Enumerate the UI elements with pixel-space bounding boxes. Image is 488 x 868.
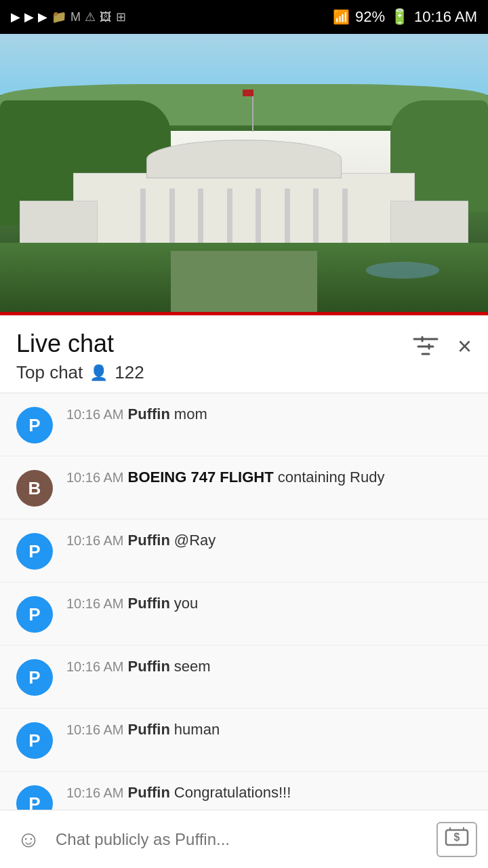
chat-message-row: P 10:16 AM Puffin @Ray [0, 519, 488, 583]
superchat-button[interactable]: $ [436, 822, 477, 857]
chat-message-row: B 10:16 AM BOEING 747 FLIGHT containing … [0, 456, 488, 519]
user-avatar: P [16, 596, 53, 633]
message-text: mom [174, 406, 207, 423]
message-content: 10:16 AM Puffin human [66, 721, 472, 738]
message-content: 10:16 AM Puffin @Ray [66, 532, 472, 549]
user-avatar: P [16, 533, 53, 570]
chat-header-actions: × [413, 334, 472, 359]
viewer-icon: 👤 [89, 364, 108, 382]
chat-message-row: P 10:16 AM Puffin you [0, 583, 488, 646]
message-time: 10:16 AM [66, 596, 124, 612]
wifi-icon: 📶 [333, 9, 350, 25]
video-player[interactable] [0, 34, 488, 312]
message-time: 10:16 AM [66, 533, 124, 549]
chat-close-button[interactable]: × [458, 334, 472, 359]
superchat-icon: $ [445, 825, 469, 854]
user-avatar: P [16, 407, 53, 443]
chat-input-bar: ☺ $ [0, 810, 488, 868]
chat-header: Live chat Top chat 👤 122 × [0, 315, 488, 393]
live-chat-panel: Live chat Top chat 👤 122 × [0, 315, 488, 868]
message-content: 10:16 AM BOEING 747 FLIGHT containing Ru… [66, 469, 472, 486]
top-chat-label[interactable]: Top chat [16, 362, 83, 383]
message-text: containing Rudy [278, 469, 385, 486]
emoji-icon: ☺ [17, 826, 41, 852]
message-author: Puffin [128, 595, 170, 612]
message-author: Puffin [128, 532, 170, 549]
message-time: 10:16 AM [66, 407, 124, 422]
message-time: 10:16 AM [66, 470, 124, 486]
status-indicators-right: 📶 92% 🔋 10:16 AM [333, 8, 477, 26]
viewer-count: 122 [115, 362, 144, 383]
message-text: Congratulations!!! [174, 784, 291, 802]
svg-text:$: $ [454, 831, 460, 843]
message-text: seem [174, 658, 211, 675]
user-avatar: P [16, 659, 53, 696]
message-content: 10:16 AM Puffin seem [66, 658, 472, 675]
message-text: you [174, 595, 198, 612]
status-bar: ▶ ▶ ▶ 📁 M ⚠ 🖼 ⊞ 📶 92% 🔋 10:16 AM [0, 0, 488, 34]
top-chat-row: Top chat 👤 122 [16, 362, 144, 393]
time: 10:16 AM [414, 8, 477, 26]
message-content: 10:16 AM Puffin mom [66, 406, 472, 423]
message-author: Puffin [128, 721, 170, 738]
message-author: Puffin [128, 658, 170, 675]
chat-message-row: P 10:16 AM Puffin seem [0, 646, 488, 709]
message-content: 10:16 AM Puffin you [66, 595, 472, 612]
chat-message-row: P 10:16 AM Puffin mom [0, 393, 488, 456]
message-time: 10:16 AM [66, 785, 124, 801]
message-author: Puffin [128, 784, 170, 802]
filter-icon [413, 335, 439, 358]
emoji-button[interactable]: ☺ [11, 822, 46, 857]
message-author: Puffin [128, 406, 170, 423]
battery-text: 92% [355, 8, 385, 26]
chat-message-row: P 10:16 AM Puffin human [0, 709, 488, 772]
chat-header-left: Live chat Top chat 👤 122 [16, 329, 144, 393]
message-text: @Ray [174, 532, 216, 549]
live-chat-title: Live chat [16, 329, 144, 358]
message-text: human [174, 721, 220, 738]
battery-icon: 🔋 [390, 8, 409, 26]
chat-messages-list: P 10:16 AM Puffin mom B 10:16 AM BOEING … [0, 393, 488, 868]
user-avatar: P [16, 722, 53, 759]
message-author: BOEING 747 FLIGHT [128, 469, 274, 486]
chat-input[interactable] [56, 822, 427, 857]
message-time: 10:16 AM [66, 722, 124, 738]
message-time: 10:16 AM [66, 659, 124, 675]
chat-filter-button[interactable] [413, 335, 439, 358]
message-content: 10:16 AM Puffin Congratulations!!! [66, 784, 472, 802]
user-avatar: B [16, 470, 53, 507]
status-icons-left: ▶ ▶ ▶ 📁 M ⚠ 🖼 ⊞ [11, 9, 126, 24]
